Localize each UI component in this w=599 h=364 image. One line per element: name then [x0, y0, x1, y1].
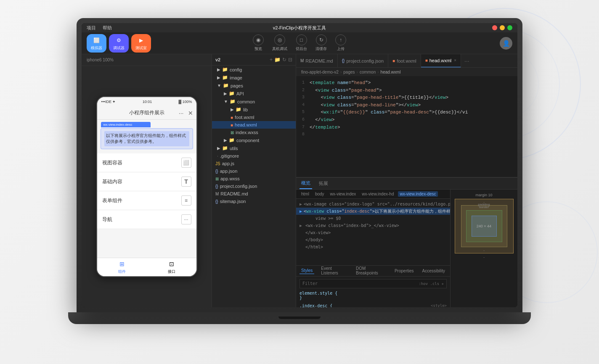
tree-utils[interactable]: ▶ 📁 utils [212, 144, 296, 152]
tab-close-btn[interactable]: × [454, 58, 456, 63]
tab-projectconfig[interactable]: {} project.config.json [338, 54, 388, 68]
tree-head-wxml[interactable]: ■ head.wxml [212, 121, 296, 129]
line-number: 8 [298, 131, 310, 138]
tree-readme[interactable]: M README.md [212, 190, 296, 198]
breadcrumb-sep: › [340, 70, 342, 74]
list-item-0[interactable]: 视图容器 ⬜ [97, 153, 196, 172]
tree-sitemap[interactable]: {} sitemap.json [212, 198, 296, 205]
tree-app-json[interactable]: {} app.json [212, 167, 296, 175]
chevron-right-icon: ▶ [231, 107, 234, 112]
window-close-btn[interactable] [492, 25, 497, 30]
file-icon: · [217, 154, 218, 158]
devtools-tab-overview[interactable]: 概览 [300, 178, 312, 189]
clearcache-action[interactable]: ↻ 清缓存 [315, 34, 327, 52]
code-editor: M README.md {} project.config.json ■ foo… [296, 54, 517, 307]
tree-lib[interactable]: ▶ 📁 lib [212, 106, 296, 113]
laptop-container: 项目 帮助 v2-FinClip小程序开发工具 ⬜ 模拟器 ⚙ [68, 18, 531, 346]
tree-api[interactable]: ▶ 📁 API [212, 90, 296, 98]
styles-tab-styles[interactable]: Styles [300, 267, 314, 274]
arrow-icon [300, 215, 304, 222]
chevron-down-icon: ▼ [217, 83, 221, 88]
list-item-3[interactable]: 导航 ··· [97, 210, 196, 229]
el-wx-view-index-desc[interactable]: wx-view.index-desc [398, 191, 437, 197]
bm-margin: - border padding 240 × 44 [455, 199, 514, 253]
collapse-icon[interactable]: ⊟ [288, 57, 292, 63]
new-folder-icon[interactable]: 📁 [274, 57, 281, 63]
folder-icon: 📁 [229, 137, 235, 143]
phone-close-btn[interactable]: ✕ [188, 110, 193, 116]
tree-config[interactable]: ▶ 📁 config [212, 66, 296, 74]
tree-component[interactable]: ▶ 📁 component [212, 136, 296, 144]
tab-foot[interactable]: ■ foot.wxml [388, 54, 421, 68]
tree-item-label: utils [230, 146, 238, 151]
code-line-5: 5 <wx:if="{{desc}}" class="page-head-des… [296, 109, 517, 116]
upload-action[interactable]: ↑ 上传 [335, 34, 346, 52]
menu-project[interactable]: 项目 [87, 25, 96, 31]
el-html[interactable]: html [300, 191, 311, 197]
tree-item-label: project.config.json [220, 184, 257, 189]
line-number: 1 [298, 79, 310, 86]
styles-tab-dom[interactable]: DOM Breakpoints [354, 265, 388, 276]
md-file-icon: M [215, 192, 219, 196]
window-maximize-btn[interactable] [507, 25, 512, 30]
tab-head[interactable]: ■ head.wxml × [421, 54, 461, 68]
test-btn[interactable]: ▶ 测试室 [131, 34, 151, 53]
phone-tab-interface[interactable]: ⊡ 接口 [147, 260, 196, 274]
list-item-1[interactable]: 基础内容 T [97, 172, 196, 191]
el-wx-view-index[interactable]: wx-view.index [329, 191, 358, 197]
toolbar-center: ◉ 预览 ◎ 真机调试 □ 切后台 ↻ 清缓存 [253, 34, 346, 52]
tree-pages[interactable]: ▼ 📁 pages [212, 82, 296, 90]
refresh-icon[interactable]: ↻ [282, 57, 286, 63]
ds-line: </html> [296, 243, 450, 251]
tree-foot-wxml[interactable]: ■ foot.wxml [212, 113, 296, 121]
list-item-2[interactable]: 表单组件 ≡ [97, 191, 196, 210]
tab-more-btn[interactable]: ··· [461, 58, 473, 64]
tree-index-wxss[interactable]: ⊠ index.wxss [212, 129, 296, 136]
el-wx-view-index-hd[interactable]: wx-view.index-hd [360, 191, 395, 197]
tree-app-wxss[interactable]: ⊠ app.wxss [212, 175, 296, 182]
preview-action[interactable]: ◉ 预览 [253, 34, 264, 52]
tree-item-label: API [236, 91, 244, 96]
tree-project-config[interactable]: {} project.config.json [212, 182, 296, 190]
styles-tab-props[interactable]: Properties [393, 268, 416, 274]
arrow-icon [300, 244, 304, 250]
window-minimize-btn[interactable] [500, 25, 505, 30]
phone-more-btn[interactable]: ··· [179, 110, 184, 116]
tree-common[interactable]: ▼ 📁 common [212, 98, 296, 106]
style-close: } [300, 295, 302, 300]
element-selector: html body wx-view.index wx-view.index-hd… [296, 190, 450, 199]
clearcache-icon: ↻ [316, 34, 327, 45]
menu-help[interactable]: 帮助 [103, 25, 112, 31]
tab-readme[interactable]: M README.md [296, 54, 338, 68]
tree-app-js[interactable]: JS app.js [212, 160, 296, 167]
preview-icon: ◉ [253, 34, 264, 45]
avatar-btn[interactable]: 👤 [500, 37, 512, 50]
code-area[interactable]: 1 <template name="head"> 2 <view class="… [296, 76, 517, 177]
cut-action[interactable]: □ 切后台 [296, 34, 307, 52]
phone-tab-components[interactable]: ⊞ 组件 [97, 260, 147, 274]
tree-gitignore[interactable]: · .gitignore [212, 152, 296, 160]
box-model-panel: margin 10 - border padding [450, 190, 517, 307]
phone-battery: ▓ 100% [178, 100, 192, 104]
styles-filter[interactable]: Filter :hov .cls + [300, 279, 447, 288]
json-file-icon: {} [215, 199, 218, 204]
realdevice-action[interactable]: ◎ 真机调试 [272, 34, 287, 52]
window-title: v2-FinClip小程序开发工具 [273, 25, 326, 31]
styles-tab-a11y[interactable]: Accessibility [421, 268, 447, 274]
tree-item-label: README.md [220, 191, 248, 196]
debug-btn[interactable]: ⚙ 调试器 [109, 34, 129, 53]
md-icon: M [300, 58, 304, 63]
json-icon: {} [342, 58, 345, 63]
breadcrumb-item-3: head.wxml [381, 70, 401, 74]
devtools-tab-extend[interactable]: 拓展 [317, 178, 330, 189]
code-line-4: 4 <view class="page-head-line"></view> [296, 102, 517, 109]
tree-image[interactable]: ▶ 📁 image [212, 74, 296, 82]
components-tab-icon: ⊞ [118, 260, 126, 268]
new-file-icon[interactable]: + [270, 57, 273, 63]
arrow-icon [300, 237, 304, 243]
chevron-right-icon: ▶ [217, 75, 220, 80]
ds-line: </wx-view> [296, 229, 450, 236]
styles-tab-event[interactable]: Event Listeners [319, 265, 349, 276]
el-body[interactable]: body [313, 191, 326, 197]
simulator-btn[interactable]: ⬜ 模拟器 [87, 34, 106, 53]
